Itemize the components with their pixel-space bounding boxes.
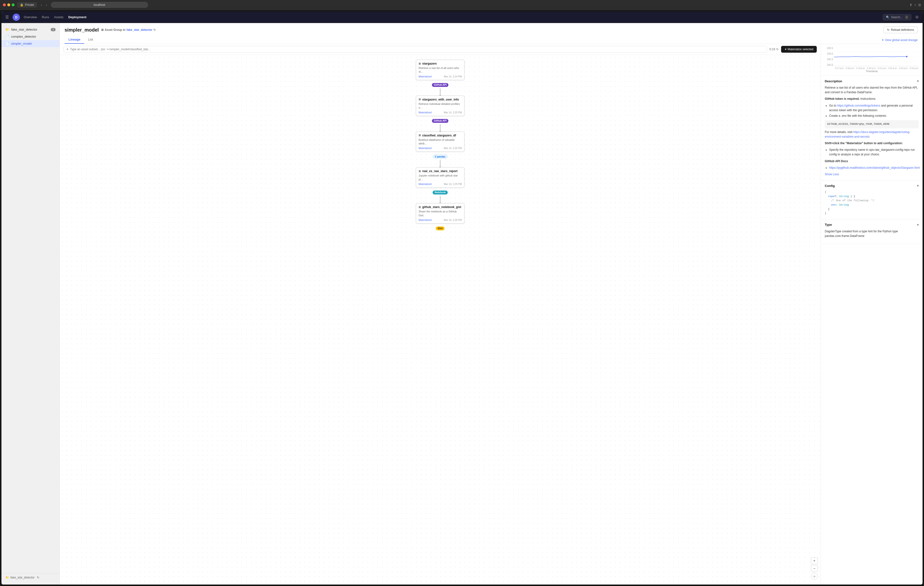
right-panel: 243.5 243.0 242.5 242.0 [821, 44, 922, 584]
materialize-button[interactable]: ✦ Materialize selected [781, 46, 817, 53]
chart-y-label-0: 243.5 [825, 47, 833, 50]
node-tag-row: GitHub API [432, 82, 449, 87]
description-header[interactable]: Description ▾ [825, 79, 919, 83]
search-shortcut: / [905, 15, 908, 19]
chart-x-label-4: 2:21 p.m. [878, 67, 887, 70]
more-details: For more details, visit https://docs.dag… [825, 130, 919, 139]
app-logo[interactable]: D [13, 13, 20, 21]
tab-list[interactable]: List [84, 36, 97, 44]
show-less-button[interactable]: Show Less [825, 172, 839, 176]
sidebar-item-count: 2 [51, 28, 56, 31]
type-header[interactable]: Type ▾ [825, 223, 919, 227]
nav-assets[interactable]: Assets [54, 15, 64, 19]
node-label: classified_stargazers_df [422, 134, 456, 137]
nav-deployment[interactable]: Deployment [68, 15, 86, 19]
github-token-instructions: Instructions: [860, 97, 876, 101]
settings-button[interactable]: ⚙ [915, 15, 919, 20]
sidebar-item-simpler-model[interactable]: 📄 simpler_model [2, 40, 59, 47]
back-button[interactable]: ‹ [39, 2, 43, 7]
dag-node-stargazers-with-user-info[interactable]: ⊞ stargazers_with_user_info Retrieve ind… [416, 96, 464, 116]
bullet1-prefix: Go to [829, 104, 837, 107]
new-tab-button[interactable]: + [914, 3, 916, 7]
sidebar-item-complex-detector[interactable]: 📄 complex_detector [2, 33, 59, 40]
address-bar[interactable]: localhost [51, 2, 148, 8]
reload-definitions-button[interactable]: ↻ Reload definitions [883, 26, 918, 33]
description-text1: Retrieve a raw list of all users who sta… [825, 86, 919, 95]
browser-tab[interactable]: 🔒 Private [17, 2, 37, 8]
sidebar-footer: 📁 fake_star_detector ↻ [2, 573, 59, 582]
description-bullets: Go to https://github.com/settings/tokens… [825, 103, 919, 118]
dag-connector [440, 160, 441, 167]
maximize-button[interactable] [12, 3, 15, 6]
dag-node-real-vs-raw-stars-report[interactable]: ⊞ real_vs_raw_stars_report Jupyter noteb… [416, 167, 464, 188]
api-docs-link[interactable]: https://pygithub.readthedocs.io/en/lates… [829, 166, 920, 169]
chevron-down-icon: ▾ [917, 79, 919, 83]
search-icon: 🔍 [886, 15, 889, 19]
share-button[interactable]: ⬆ [909, 3, 912, 7]
tab-label: Private [25, 3, 34, 7]
search-box[interactable]: 🔍 Search... / [883, 14, 911, 20]
chart-x-label-6: 2:23 p.m. [899, 67, 908, 70]
description-github-token: GitHub token is required. Instructions: [825, 97, 919, 101]
minimize-button[interactable] [7, 3, 10, 6]
node-timestamp: Mar 14, 2:24 PM [444, 75, 462, 78]
node-status: Materialized [419, 75, 432, 78]
chart-x-label-0: 2:17 p.m. [835, 67, 844, 70]
reload-icon: ↻ [887, 28, 889, 31]
menu-button[interactable]: ☰ [5, 15, 9, 20]
file-icon: 📄 [5, 35, 9, 38]
tab-lineage[interactable]: Lineage [64, 36, 84, 44]
sidebar-item-fake-star-detector[interactable]: 📁 fake_star_detector 2 [2, 26, 59, 33]
node-header: ⊞ stargazers_with_user_info [419, 98, 462, 101]
node-footer: Materialized Mar 14, 2:25 PM [419, 183, 462, 185]
asset-group-link[interactable]: fake_star_detector [126, 28, 152, 31]
node-timestamp: Mar 14, 2:26 PM [444, 219, 462, 222]
chevron-down-icon: ▾ [917, 223, 919, 227]
asset-filter-input[interactable] [70, 48, 764, 51]
config-line-5: } [825, 207, 919, 212]
config-header[interactable]: Config ▾ [825, 184, 919, 188]
main-layout: 📁 fake_star_detector 2 📄 complex_detecto… [2, 23, 922, 584]
close-button[interactable] [3, 3, 6, 6]
file-icon: 📄 [5, 42, 9, 45]
refresh-icon-small[interactable]: ↻ [153, 28, 156, 31]
dag-canvas[interactable]: ⊞ stargazers Retrieve a raw list of all … [60, 55, 821, 584]
sidebar-item-label: simpler_model [11, 42, 32, 45]
node-status: Materialized [419, 111, 432, 114]
config-code: { repo?: String | { /* One of the follow… [825, 190, 919, 216]
fit-button[interactable]: ⊙ [811, 573, 818, 580]
settings-tokens-link[interactable]: https://github.com/settings/tokens [837, 104, 880, 107]
node-tag: Gist [436, 227, 444, 230]
timer-badge: 0:19 ↻ [769, 48, 779, 51]
content-header: simpler_model ⊞ Asset Group in fake_star… [60, 23, 922, 44]
refresh-icon[interactable]: ↻ [776, 48, 779, 51]
zoom-in-button[interactable]: + [811, 557, 818, 564]
browser-chrome: 🔒 Private ‹ › localhost ⬆ + ⊞ [0, 0, 924, 10]
nav-overview[interactable]: Overview [24, 15, 37, 19]
node-header: ⊞ real_vs_raw_stars_report [419, 169, 462, 173]
node-header: ⊞ stargazers [419, 62, 462, 65]
type-text: DagsterType created from a type hint for… [825, 229, 919, 238]
node-header: ⊞ github_stars_notebook_gist [419, 205, 462, 209]
dag-node-classified-stargazers-df[interactable]: ⊞ classified_stargazers_df Buildout data… [416, 132, 464, 152]
dag-node-stargazers[interactable]: ⊞ stargazers Retrieve a raw list of all … [416, 60, 464, 80]
nav-runs[interactable]: Runs [42, 15, 49, 19]
lineage-area: ✦ 0:19 ↻ ✦ Materialize selected [60, 44, 821, 584]
chart-x-axis-label: Timestamp [825, 70, 919, 73]
refresh-icon[interactable]: ↻ [37, 576, 39, 579]
dag-node-github-stars-notebook-gist[interactable]: ⊞ github_stars_notebook_gist Share the n… [416, 203, 464, 223]
config-line-2: repo?: String | { [825, 194, 919, 199]
forward-button[interactable]: › [45, 2, 48, 7]
sidebar: 📁 fake_star_detector 2 📄 complex_detecto… [2, 23, 60, 584]
lineage-icon: ✦ [881, 38, 884, 42]
node-tag-row: GitHub API [432, 118, 449, 123]
view-global-lineage-button[interactable]: ✦ View global asset lineage [881, 38, 918, 42]
zoom-out-button[interactable]: − [811, 565, 818, 572]
description-content: Retrieve a raw list of all users who sta… [825, 86, 919, 177]
bullet2: Create a .env file with the following co… [829, 114, 919, 118]
grid-button[interactable]: ⊞ [918, 3, 921, 7]
config-line-4: env: String [825, 203, 919, 207]
sidebar-item-label: fake_star_detector [11, 28, 37, 31]
folder-icon: 📁 [5, 576, 9, 579]
lineage-toolbar: ✦ 0:19 ↻ ✦ Materialize selected [60, 44, 821, 55]
